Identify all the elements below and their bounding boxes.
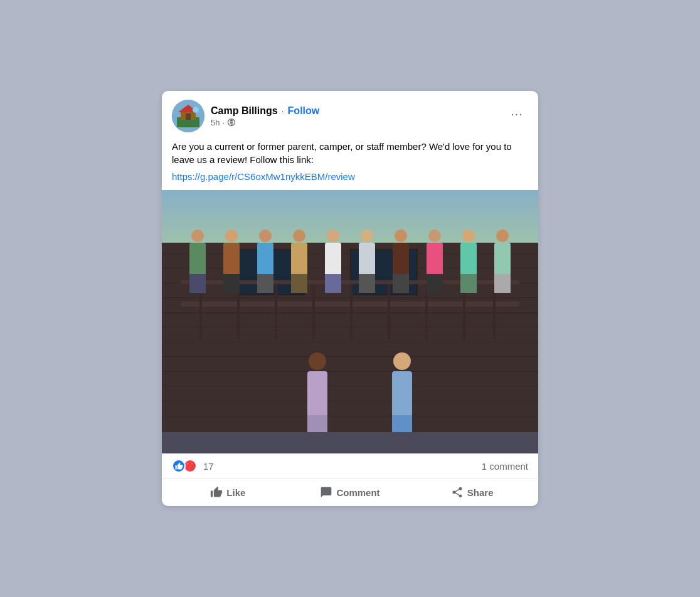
privacy-globe-icon — [227, 118, 236, 127]
post-image — [162, 190, 538, 453]
svg-point-5 — [193, 107, 199, 113]
comment-count[interactable]: 1 comment — [482, 461, 528, 472]
comment-label: Comment — [336, 487, 379, 498]
post-text: Are you a current or former parent, camp… — [172, 140, 528, 166]
page-name[interactable]: Camp Billings — [211, 105, 278, 117]
timestamp-separator: · — [222, 118, 225, 127]
post-timestamp: 5h · — [211, 118, 319, 127]
svg-rect-4 — [186, 114, 191, 120]
post-card: Camp Billings · Follow 5h · ··· Are you … — [162, 91, 538, 506]
avatar[interactable] — [172, 100, 204, 132]
like-button[interactable]: Like — [167, 481, 289, 504]
post-link[interactable]: https://g.page/r/CS6oxMw1nykkEBM/review — [172, 171, 355, 182]
like-reaction-icon — [172, 459, 186, 473]
comment-icon — [320, 486, 332, 499]
dot-separator: · — [282, 106, 284, 116]
comment-button[interactable]: Comment — [289, 481, 411, 504]
post-body: Are you a current or former parent, camp… — [162, 137, 538, 190]
like-label: Like — [226, 487, 245, 498]
post-title-row: Camp Billings · Follow — [211, 105, 319, 117]
timestamp-text: 5h — [211, 118, 220, 127]
share-label: Share — [467, 487, 494, 498]
action-buttons: Like Comment Share — [162, 478, 538, 506]
more-options-button[interactable]: ··· — [506, 102, 528, 125]
reaction-icons: ❤️ — [172, 459, 197, 473]
share-button[interactable]: Share — [411, 481, 533, 504]
reaction-count: 17 — [203, 461, 214, 472]
follow-button[interactable]: Follow — [288, 105, 320, 117]
reactions-left: ❤️ 17 — [172, 459, 214, 473]
like-icon — [210, 486, 223, 499]
share-icon — [451, 486, 464, 499]
reactions-row: ❤️ 17 1 comment — [162, 453, 538, 478]
post-header-left: Camp Billings · Follow 5h · — [172, 100, 319, 132]
post-meta: Camp Billings · Follow 5h · — [211, 105, 319, 127]
post-header: Camp Billings · Follow 5h · ··· — [162, 91, 538, 137]
photo-scene — [162, 190, 538, 453]
